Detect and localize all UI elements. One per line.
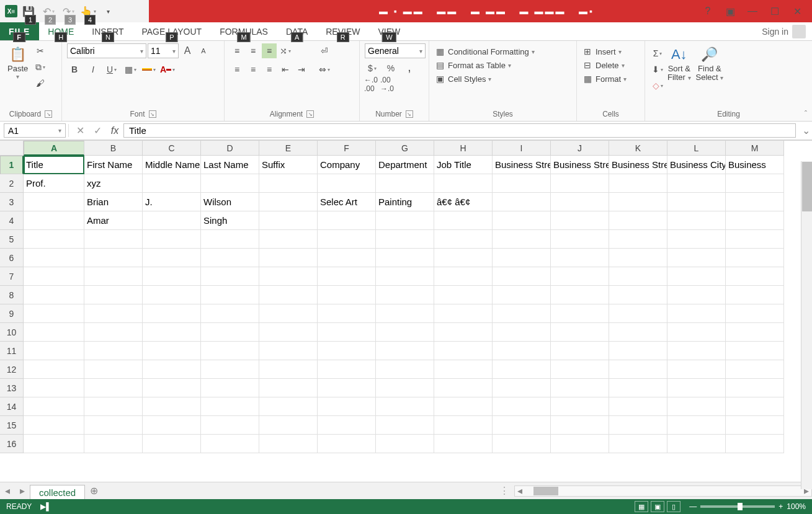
cell-I2[interactable]	[493, 174, 551, 193]
cell-F12[interactable]	[318, 360, 376, 379]
cell-K16[interactable]	[609, 435, 667, 453]
cell-A7[interactable]	[24, 267, 84, 286]
cell-K14[interactable]	[609, 397, 667, 416]
cell-F14[interactable]	[318, 397, 376, 416]
cell-B13[interactable]	[84, 379, 143, 397]
cell-H11[interactable]	[434, 342, 493, 360]
row-header-11[interactable]: 11	[0, 342, 24, 360]
cell-F15[interactable]	[318, 416, 376, 435]
font-color-button[interactable]: A▾	[160, 62, 175, 77]
cell-A12[interactable]	[24, 360, 84, 379]
cell-L5[interactable]	[667, 230, 726, 249]
cell-F7[interactable]	[318, 267, 376, 286]
name-box[interactable]: A1▾	[4, 123, 66, 138]
insert-cells-button[interactable]: ⊞Insert▾	[582, 46, 622, 57]
cell-H3[interactable]: â€¢ â€¢	[434, 193, 493, 211]
cell-B1[interactable]: First Name	[84, 156, 143, 174]
cell-D12[interactable]	[201, 360, 259, 379]
cell-A14[interactable]	[24, 397, 84, 416]
decrease-decimal-button[interactable]: .00→.0	[381, 78, 393, 91]
merge-center-button[interactable]: ⇔▾	[314, 62, 335, 77]
number-format-select[interactable]: General▾	[365, 43, 426, 58]
cell-J14[interactable]	[551, 397, 609, 416]
cell-I5[interactable]	[493, 230, 551, 249]
align-left-button[interactable]: ≡	[230, 62, 244, 77]
row-header-3[interactable]: 3	[0, 193, 24, 211]
cell-E14[interactable]	[259, 397, 318, 416]
column-header-L[interactable]: L	[667, 141, 726, 156]
cell-A5[interactable]	[24, 230, 84, 249]
qat-redo-button[interactable]: ↷▾3	[60, 2, 77, 20]
cell-K7[interactable]	[609, 267, 667, 286]
cell-E16[interactable]	[259, 435, 318, 453]
qat-touch-button[interactable]: 👆▾4	[79, 2, 97, 20]
cell-C15[interactable]	[143, 416, 201, 435]
cell-F5[interactable]	[318, 230, 376, 249]
alignment-dialog-launcher[interactable]: ↘	[306, 110, 314, 118]
cell-D3[interactable]: Wilson	[201, 193, 259, 211]
cell-L15[interactable]	[667, 416, 726, 435]
cell-J13[interactable]	[551, 379, 609, 397]
comma-button[interactable]: ,	[402, 61, 417, 76]
cell-L16[interactable]	[667, 435, 726, 453]
cell-D9[interactable]	[201, 304, 259, 323]
cell-C14[interactable]	[143, 397, 201, 416]
format-painter-button[interactable]: 🖌	[33, 76, 48, 91]
cell-F1[interactable]: Company	[318, 156, 376, 174]
cell-D7[interactable]	[201, 267, 259, 286]
cell-E2[interactable]	[259, 174, 318, 193]
cell-H16[interactable]	[434, 435, 493, 453]
cell-I11[interactable]	[493, 342, 551, 360]
cell-H2[interactable]	[434, 174, 493, 193]
cell-F13[interactable]	[318, 379, 376, 397]
cell-K3[interactable]	[609, 193, 667, 211]
insert-function-button[interactable]: fx	[106, 122, 123, 140]
formula-input[interactable]: Title	[123, 123, 796, 138]
cell-M10[interactable]	[726, 323, 784, 342]
cut-button[interactable]: ✂	[33, 43, 48, 58]
cell-K4[interactable]	[609, 211, 667, 230]
cell-styles-button[interactable]: ▣Cell Styles▾	[434, 73, 491, 84]
cell-C13[interactable]	[143, 379, 201, 397]
cell-B9[interactable]	[84, 304, 143, 323]
cell-I1[interactable]: Business Street	[493, 156, 551, 174]
column-header-C[interactable]: C	[143, 141, 201, 156]
cell-K6[interactable]	[609, 249, 667, 267]
cell-J11[interactable]	[551, 342, 609, 360]
cell-L2[interactable]	[667, 174, 726, 193]
cell-B6[interactable]	[84, 249, 143, 267]
row-header-10[interactable]: 10	[0, 323, 24, 342]
cell-H14[interactable]	[434, 397, 493, 416]
cell-I6[interactable]	[493, 249, 551, 267]
page-break-button[interactable]: ▯	[667, 501, 680, 512]
orientation-button[interactable]: ⤭▾	[278, 43, 293, 58]
cell-D15[interactable]	[201, 416, 259, 435]
paste-button[interactable]: 📋 Paste ▾	[5, 43, 30, 81]
cell-E9[interactable]	[259, 304, 318, 323]
format-cells-button[interactable]: ▦Format▾	[582, 73, 627, 84]
percent-button[interactable]: %	[383, 61, 398, 76]
autosum-button[interactable]: Σ▾	[650, 46, 665, 61]
hscroll-left[interactable]: ◂	[515, 485, 525, 497]
cell-A16[interactable]	[24, 435, 84, 453]
cell-M15[interactable]	[726, 416, 784, 435]
grid[interactable]: ABCDEFGHIJKLM1TitleFirst NameMiddle Name…	[0, 141, 812, 453]
cell-D13[interactable]	[201, 379, 259, 397]
increase-decimal-button[interactable]: ←.0.00	[365, 78, 377, 91]
tab-formulas[interactable]: FORMULASM	[211, 22, 277, 40]
cell-G6[interactable]	[376, 249, 434, 267]
cell-C11[interactable]	[143, 342, 201, 360]
cell-D10[interactable]	[201, 323, 259, 342]
cell-E7[interactable]	[259, 267, 318, 286]
cell-H8[interactable]	[434, 286, 493, 304]
cell-I9[interactable]	[493, 304, 551, 323]
zoom-out-button[interactable]: —	[689, 502, 697, 511]
sheet-tab-collected[interactable]: collected	[30, 485, 85, 500]
tab-data[interactable]: DATAA	[277, 22, 317, 40]
cell-M8[interactable]	[726, 286, 784, 304]
sort-filter-button[interactable]: A↓ Sort &Filter ▾	[665, 43, 694, 84]
column-header-K[interactable]: K	[609, 141, 667, 156]
decrease-indent-button[interactable]: ⇤	[278, 62, 293, 77]
cell-G8[interactable]	[376, 286, 434, 304]
cell-B8[interactable]	[84, 286, 143, 304]
